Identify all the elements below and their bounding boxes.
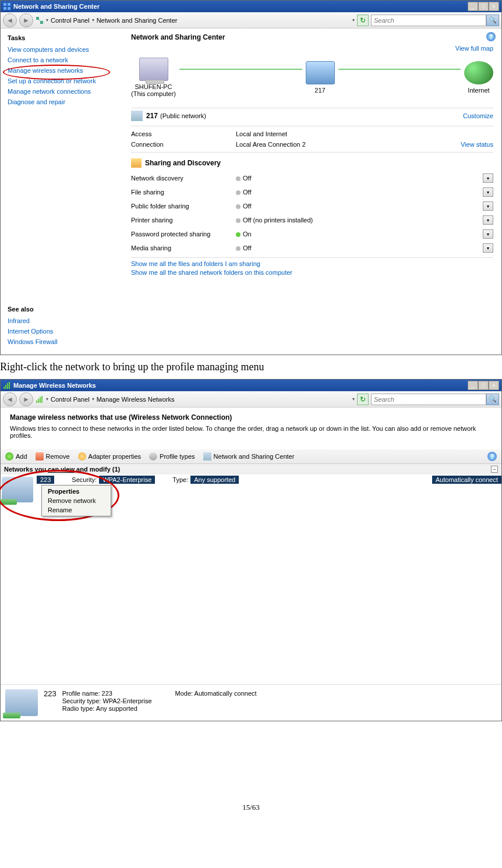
svg-rect-2 — [3, 7, 6, 10]
security-value: WPA2-Enterprise — [99, 476, 155, 484]
help-icon[interactable]: ? — [486, 32, 496, 41]
network-map: SHUFEN-PC (This computer) 217 Internet — [131, 58, 493, 97]
collapse-button[interactable]: − — [491, 466, 498, 473]
list-header: Networks you can view and modify (1) − — [1, 464, 501, 474]
sharing-value: On — [236, 231, 252, 238]
menu-remove-network[interactable]: Remove network — [43, 496, 109, 505]
expand-button[interactable]: ▾ — [483, 243, 493, 253]
sharing-row: Printer sharingOff (no printers installe… — [131, 213, 493, 227]
refresh-button[interactable]: ↻ — [357, 15, 369, 26]
profile-name-label: Profile name: — [62, 690, 100, 697]
signal-icon — [3, 381, 11, 389]
app-icon — [3, 2, 11, 10]
task-diagnose-repair[interactable]: Diagnose and repair — [8, 98, 116, 105]
chevron-icon: ▾ — [92, 17, 94, 23]
minus-icon — [36, 452, 44, 460]
forward-button[interactable]: ► — [19, 392, 33, 406]
search-input[interactable] — [371, 394, 486, 405]
remove-button[interactable]: Remove — [36, 452, 70, 460]
radio-type-label: Radio type: — [62, 705, 95, 712]
svg-rect-7 — [3, 387, 5, 389]
adapter-properties-button[interactable]: Adapter properties — [78, 452, 142, 460]
menu-rename[interactable]: Rename — [43, 505, 109, 515]
status-dot-icon — [236, 232, 241, 237]
sharing-row: Media sharingOff▾ — [131, 241, 493, 255]
connection-label: Connection — [131, 141, 236, 148]
sharing-row: Password protected sharingOn▾ — [131, 227, 493, 241]
back-button[interactable]: ◄ — [3, 392, 17, 406]
task-manage-connections[interactable]: Manage network connections — [8, 88, 116, 95]
menu-properties[interactable]: Properties — [43, 487, 109, 496]
computer-icon — [139, 58, 168, 81]
view-full-map-link[interactable]: View full map — [455, 45, 493, 52]
chevron-icon: ▾ — [92, 396, 94, 402]
refresh-button[interactable]: ↻ — [357, 394, 369, 405]
breadcrumb-leaf[interactable]: Network and Sharing Center — [97, 17, 178, 24]
sharing-value: Off — [236, 203, 251, 210]
sharing-label: Network discovery — [131, 175, 236, 182]
screenshot-network-sharing-center: Network and Sharing Center _ □ × ◄ ► ▾ C… — [0, 0, 502, 355]
svg-rect-10 — [9, 382, 10, 389]
breadcrumb[interactable]: ▾ Control Panel ▾ Manage Wireless Networ… — [36, 395, 355, 403]
chevron-icon: ▾ — [352, 396, 355, 402]
svg-rect-11 — [36, 401, 37, 403]
connection-line-icon — [338, 69, 461, 70]
close-button[interactable]: × — [489, 381, 499, 390]
security-type-label: Security type: — [62, 697, 101, 704]
profile-types-button[interactable]: Profile types — [149, 452, 195, 460]
maximize-button[interactable]: □ — [478, 381, 489, 390]
sharing-label: Password protected sharing — [131, 231, 236, 238]
search-input[interactable] — [371, 15, 486, 26]
breadcrumb-leaf[interactable]: Manage Wireless Networks — [97, 396, 175, 403]
connection-value: Local Area Connection 2 — [236, 141, 461, 148]
search-button[interactable]: 🔍 — [486, 394, 499, 405]
svg-rect-8 — [5, 385, 6, 389]
search-button[interactable]: 🔍 — [486, 15, 499, 26]
back-button[interactable]: ◄ — [3, 13, 17, 27]
see-also-internet-options[interactable]: Internet Options — [8, 328, 58, 335]
type-label: Type: — [172, 476, 188, 483]
network-list-item[interactable]: 223 Security: WPA2-Enterprise Type: Any … — [1, 474, 501, 521]
minimize-button[interactable]: _ — [468, 2, 478, 11]
add-button[interactable]: Add — [5, 452, 27, 460]
task-setup-connection[interactable]: Set up a connection or network — [8, 77, 116, 84]
see-also-infrared[interactable]: Infrared — [8, 317, 58, 324]
breadcrumb[interactable]: ▾ Control Panel ▾ Network and Sharing Ce… — [36, 16, 355, 24]
show-folders-link[interactable]: Show me all the shared network folders o… — [131, 269, 493, 276]
svg-rect-13 — [40, 397, 41, 403]
security-label: Security: — [72, 476, 97, 483]
map-node-router[interactable]: 217 — [306, 61, 335, 94]
network-sharing-center-button[interactable]: Network and Sharing Center — [203, 452, 295, 460]
expand-button[interactable]: ▾ — [483, 187, 493, 197]
minimize-button[interactable]: _ — [468, 381, 478, 390]
network-icon — [131, 111, 143, 121]
mode-value: Automatically connect — [195, 690, 257, 697]
see-also-windows-firewall[interactable]: Windows Firewall — [8, 338, 58, 345]
help-icon[interactable]: ? — [487, 452, 497, 461]
expand-button[interactable]: ▾ — [483, 173, 493, 183]
view-status-link[interactable]: View status — [461, 141, 493, 148]
sharing-label: File sharing — [131, 189, 236, 196]
close-button[interactable]: × — [489, 2, 499, 11]
sharing-value: Off — [236, 175, 251, 182]
show-files-link[interactable]: Show me all the files and folders I am s… — [131, 260, 493, 267]
breadcrumb-root[interactable]: Control Panel — [51, 396, 90, 403]
forward-button[interactable]: ► — [19, 13, 33, 27]
breadcrumb-root[interactable]: Control Panel — [51, 17, 90, 24]
expand-button[interactable]: ▾ — [483, 229, 493, 239]
sharing-value: Off (no printers installed) — [236, 217, 313, 224]
details-name: 223 — [44, 689, 56, 698]
chevron-icon: ▾ — [352, 17, 355, 23]
map-node-this-pc[interactable]: SHUFEN-PC (This computer) — [131, 58, 176, 97]
maximize-button[interactable]: □ — [478, 2, 489, 11]
expand-button[interactable]: ▾ — [483, 215, 493, 225]
task-manage-wireless[interactable]: Manage wireless networks — [8, 67, 116, 74]
task-view-computers[interactable]: View computers and devices — [8, 46, 116, 53]
task-connect-network[interactable]: Connect to a network — [8, 56, 116, 63]
security-type-value: WPA2-Enterprise — [102, 697, 151, 704]
customize-link[interactable]: Customize — [463, 112, 493, 119]
page-description: Windows tries to connect to these networ… — [10, 425, 492, 439]
expand-button[interactable]: ▾ — [483, 201, 493, 211]
search-box: 🔍 — [371, 394, 499, 405]
map-node-internet[interactable]: Internet — [464, 61, 493, 94]
